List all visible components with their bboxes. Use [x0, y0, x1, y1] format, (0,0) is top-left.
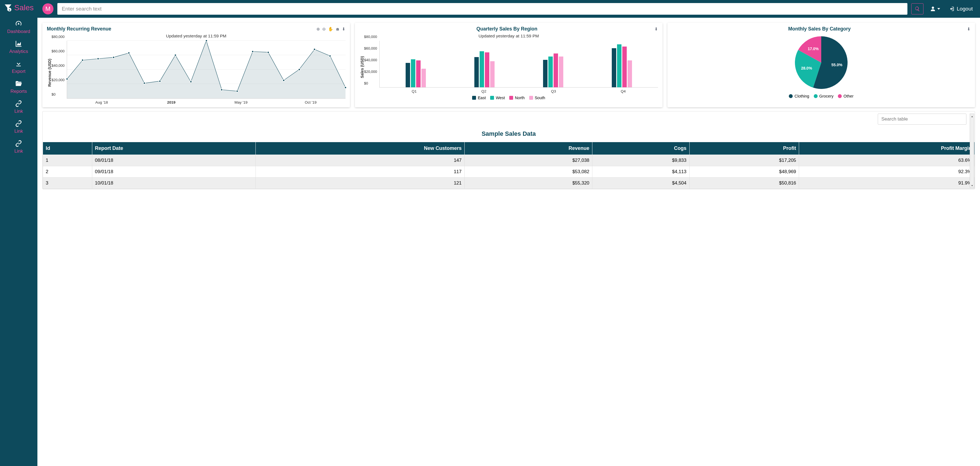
- download-icon[interactable]: ⬇︎: [967, 27, 970, 32]
- table-header[interactable]: Profit: [689, 142, 799, 155]
- card-regional: Quarterly Sales By Region ⬇︎ Updated yes…: [355, 23, 662, 107]
- sidebar-item-dashboard-0[interactable]: Dashboard: [7, 17, 30, 37]
- logout-button[interactable]: Logout: [947, 6, 975, 12]
- data-point[interactable]: [313, 48, 316, 51]
- legend-item[interactable]: West: [490, 95, 505, 100]
- data-point[interactable]: [251, 51, 254, 53]
- data-point[interactable]: [205, 40, 207, 42]
- bar[interactable]: [543, 60, 547, 87]
- data-point[interactable]: [143, 82, 146, 84]
- scrollbar[interactable]: ▴ ▾: [970, 114, 974, 188]
- scroll-down-icon[interactable]: ▾: [970, 183, 974, 188]
- legend-item[interactable]: Grocery: [814, 94, 834, 99]
- data-point[interactable]: [81, 59, 84, 62]
- scroll-up-icon[interactable]: ▴: [970, 114, 974, 118]
- bar[interactable]: [548, 57, 553, 87]
- search-button[interactable]: [911, 3, 923, 14]
- sidebar-item-label: Dashboard: [7, 29, 30, 34]
- table-row[interactable]: 108/01/18147$27,038$9,833$17,20563.6%: [43, 155, 975, 166]
- bar[interactable]: [622, 46, 627, 87]
- data-point[interactable]: [329, 54, 331, 57]
- table-header[interactable]: Report Date: [92, 142, 256, 155]
- bar[interactable]: [474, 57, 479, 87]
- xtick: Q3: [519, 89, 589, 93]
- legend-item[interactable]: South: [529, 95, 545, 100]
- pan-icon[interactable]: ✋: [328, 27, 333, 32]
- bar[interactable]: [554, 54, 558, 87]
- data-point[interactable]: [221, 88, 223, 91]
- sidebar-item-link-4[interactable]: Link: [7, 97, 30, 117]
- plot-regional[interactable]: $0$20,000$40,000$60,000$80,000: [379, 41, 658, 87]
- avatar[interactable]: M: [42, 3, 54, 14]
- bar[interactable]: [485, 52, 489, 87]
- table-cell: $55,320: [465, 178, 592, 189]
- zoom-in-icon[interactable]: ⊕: [317, 27, 320, 32]
- bar-group: [519, 41, 588, 87]
- bar-group: [381, 41, 450, 87]
- table-header[interactable]: Cogs: [592, 142, 689, 155]
- brand-label: Sales: [14, 3, 33, 12]
- folder-open-icon: [15, 80, 22, 87]
- download-icon: [15, 60, 22, 68]
- gauge-icon: [15, 20, 22, 28]
- table-cell: 3: [43, 178, 92, 189]
- table-cell: $27,038: [465, 155, 592, 166]
- table-row[interactable]: 209/01/18117$53,082$4,113$48,96992.3%: [43, 166, 975, 178]
- download-icon[interactable]: ⬇︎: [654, 27, 658, 32]
- download-icon[interactable]: ⬇︎: [342, 27, 345, 32]
- bar[interactable]: [480, 51, 484, 87]
- data-point[interactable]: [128, 52, 130, 54]
- sidebar-item-export-2[interactable]: Export: [7, 57, 30, 77]
- ytick: $0: [51, 92, 56, 96]
- legend-item[interactable]: East: [472, 95, 486, 100]
- zoom-out-icon[interactable]: ⊖: [322, 27, 326, 32]
- ytick: $60,000: [364, 46, 377, 51]
- data-point[interactable]: [112, 56, 115, 59]
- table-search-input[interactable]: [878, 114, 966, 125]
- table-header[interactable]: New Customers: [256, 142, 465, 155]
- data-point[interactable]: [298, 68, 300, 71]
- home-icon[interactable]: 🏠︎: [336, 27, 340, 32]
- data-point[interactable]: [236, 90, 239, 92]
- table-row[interactable]: 310/01/18121$55,320$4,504$50,81691.9%: [43, 178, 975, 189]
- bar[interactable]: [628, 60, 632, 87]
- plot-mrr[interactable]: $0$20,000$40,000$60,000$80,000: [67, 41, 345, 99]
- bar[interactable]: [416, 60, 421, 87]
- ytick: $40,000: [364, 58, 377, 62]
- data-point[interactable]: [159, 80, 161, 82]
- table-header[interactable]: Profit Margin: [799, 142, 975, 155]
- data-point[interactable]: [189, 81, 192, 83]
- logout-label: Logout: [957, 6, 973, 12]
- ytick: $80,000: [364, 35, 377, 39]
- data-point[interactable]: [97, 57, 99, 60]
- data-point[interactable]: [66, 78, 68, 80]
- legend-item[interactable]: Clothing: [789, 94, 809, 99]
- bar[interactable]: [612, 48, 616, 87]
- table-header[interactable]: Revenue: [465, 142, 592, 155]
- table-header[interactable]: Id: [43, 142, 92, 155]
- data-point[interactable]: [344, 86, 347, 89]
- user-menu[interactable]: [928, 6, 943, 12]
- legend-item[interactable]: Other: [838, 94, 853, 99]
- table-cell: 63.6%: [799, 155, 975, 166]
- sidebar-item-link-6[interactable]: Link: [7, 137, 30, 157]
- bar[interactable]: [422, 69, 426, 87]
- plot-category[interactable]: 55.0%28.0%17.0%: [672, 33, 970, 92]
- legend-label: Grocery: [819, 94, 834, 99]
- bar[interactable]: [617, 45, 622, 87]
- search-input[interactable]: [57, 3, 907, 15]
- bar[interactable]: [490, 61, 495, 87]
- sidebar-item-link-5[interactable]: Link: [7, 117, 30, 137]
- bar[interactable]: [411, 59, 415, 87]
- chart-area-icon: [15, 40, 22, 48]
- sidebar-item-reports-3[interactable]: Reports: [7, 77, 30, 97]
- data-point[interactable]: [267, 51, 269, 54]
- bar[interactable]: [559, 57, 563, 87]
- logout-icon: [949, 6, 955, 12]
- legend-item[interactable]: North: [509, 95, 525, 100]
- content-area: Monthly Recurring Revenue ⊕ ⊖ ✋ 🏠︎ ⬇︎ Up…: [37, 18, 980, 466]
- data-point[interactable]: [174, 54, 177, 57]
- sidebar-item-analytics-1[interactable]: Analytics: [7, 37, 30, 57]
- bar[interactable]: [406, 63, 410, 87]
- data-point[interactable]: [282, 79, 285, 82]
